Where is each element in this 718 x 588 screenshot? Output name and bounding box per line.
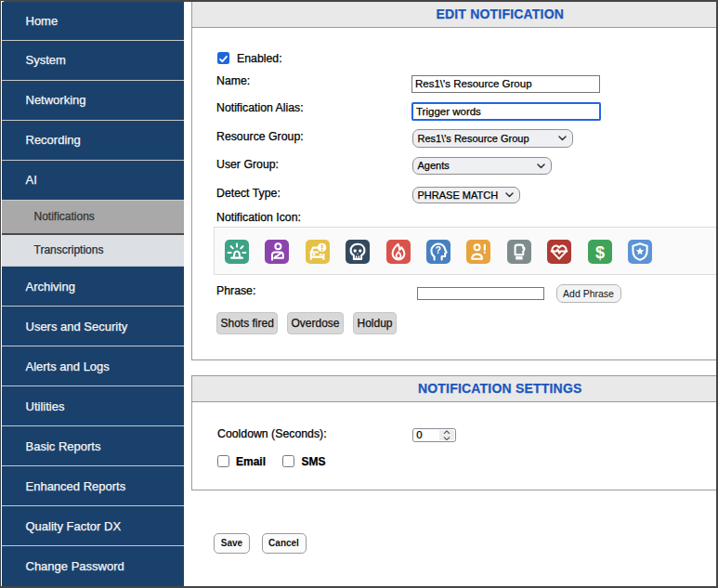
svg-text:$: $ — [595, 243, 605, 262]
svg-text:?: ? — [435, 244, 440, 255]
